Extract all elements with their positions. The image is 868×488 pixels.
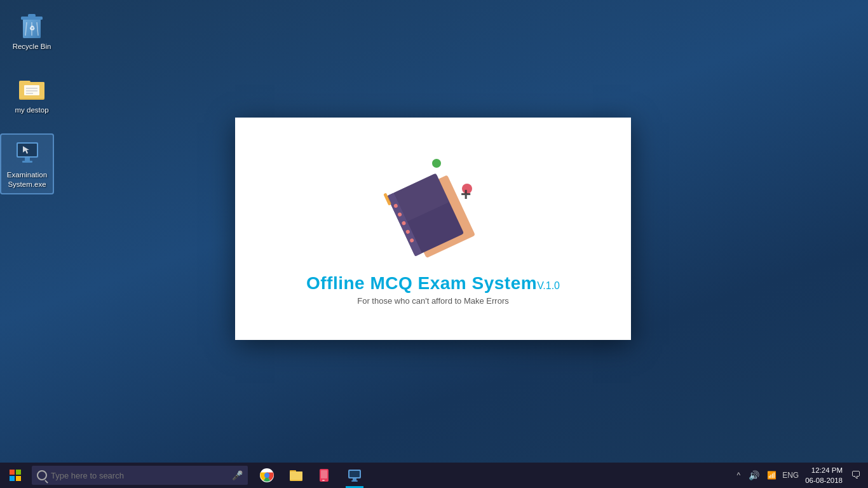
svg-rect-34 (10, 470, 15, 475)
svg-rect-37 (16, 476, 21, 481)
splash-logo-area: + (235, 140, 631, 273)
taskbar-fluent-icon[interactable] (311, 463, 339, 488)
start-button[interactable] (0, 463, 31, 488)
exam-system-label: ExaminationSystem.exe (5, 170, 49, 189)
svg-rect-35 (16, 470, 21, 475)
clock-date: 06-08-2018 (805, 475, 843, 485)
splash-version: V.1.0 (537, 280, 560, 291)
language-indicator[interactable]: ENG (782, 471, 799, 480)
svg-point-40 (264, 473, 269, 478)
taskbar-files-icon[interactable] (282, 463, 310, 488)
system-tray: ^ 🔊 📶 ENG 12:24 PM 06-08-2018 🗨 (735, 465, 868, 485)
taskbar: 🎤 (0, 463, 868, 488)
desktop: ♻ Recycle Bin (0, 0, 868, 463)
network-icon[interactable]: 📶 (765, 471, 778, 480)
svg-rect-45 (321, 470, 327, 478)
my-desktop-image (17, 74, 46, 103)
splash-title-text: Offline MCQ Exam SystemV.1.0 (306, 273, 560, 294)
clock-time: 12:24 PM (805, 465, 843, 475)
volume-icon[interactable]: 🔊 (747, 470, 761, 480)
notification-icon[interactable]: 🗨 (849, 470, 863, 481)
exam-system-icon[interactable]: ExaminationSystem.exe (0, 133, 54, 194)
splash-subtitle: For those who can't afford to Make Error… (306, 296, 560, 306)
exam-system-image (13, 139, 42, 168)
taskbar-search[interactable]: 🎤 (32, 466, 248, 485)
recycle-bin-icon[interactable]: ♻ Recycle Bin (6, 6, 57, 55)
recycle-bin-image: ♻ (17, 10, 46, 39)
taskbar-app-icons (253, 463, 369, 488)
svg-rect-19 (22, 161, 32, 163)
svg-text:♻: ♻ (29, 25, 35, 32)
exam-taskbar-icon (346, 467, 363, 484)
svg-rect-48 (349, 471, 360, 477)
taskbar-chrome-icon[interactable] (253, 463, 281, 488)
search-input[interactable] (51, 471, 228, 480)
my-desktop-icon[interactable]: my destop (6, 70, 57, 119)
taskbar-exam-icon[interactable] (341, 463, 369, 488)
splash-app-name: Offline MCQ Exam System (306, 273, 537, 293)
fluent-icon (317, 467, 334, 484)
chrome-icon (259, 467, 275, 484)
splash-dialog: + (235, 118, 631, 340)
svg-point-20 (432, 159, 441, 168)
file-explorer-icon (288, 467, 304, 484)
svg-rect-3 (28, 14, 36, 17)
svg-rect-43 (290, 471, 302, 480)
svg-rect-18 (25, 158, 30, 161)
my-desktop-label: my destop (15, 105, 48, 115)
svg-text:+: + (461, 184, 471, 204)
search-icon (37, 470, 47, 480)
splash-title-area: Offline MCQ Exam SystemV.1.0 For those w… (306, 273, 560, 318)
recycle-bin-label: Recycle Bin (13, 42, 51, 51)
system-clock[interactable]: 12:24 PM 06-08-2018 (803, 465, 845, 485)
tray-expand-button[interactable]: ^ (735, 470, 743, 481)
svg-rect-46 (322, 480, 325, 481)
svg-rect-49 (353, 478, 356, 480)
microphone-icon[interactable]: 🎤 (232, 470, 243, 480)
svg-rect-36 (10, 476, 15, 481)
svg-rect-50 (351, 480, 358, 482)
